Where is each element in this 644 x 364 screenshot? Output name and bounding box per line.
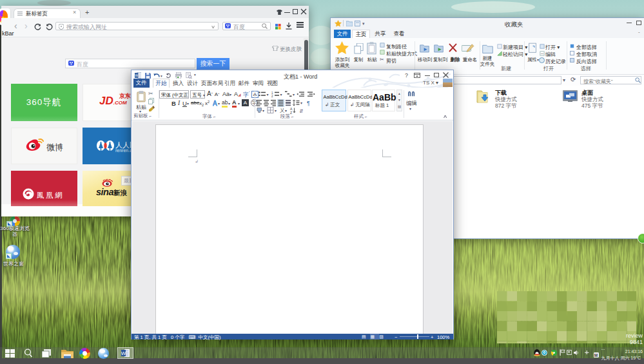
svg-text:▾: ▾ <box>275 109 277 113</box>
svg-text:A: A <box>213 100 217 106</box>
svg-text:▾: ▾ <box>293 93 295 97</box>
svg-text:▾: ▾ <box>262 109 264 113</box>
svg-text:▾: ▾ <box>267 93 269 97</box>
svg-text:乂: 乂 <box>280 108 285 113</box>
svg-text:W: W <box>121 350 126 356</box>
svg-text:2: 2 <box>271 95 273 98</box>
svg-text:¶: ¶ <box>307 100 310 106</box>
svg-text:⇵: ⇵ <box>299 108 304 114</box>
svg-text:▾: ▾ <box>280 93 282 97</box>
svg-text:▾: ▾ <box>300 101 302 105</box>
svg-text:▾: ▾ <box>285 109 287 113</box>
